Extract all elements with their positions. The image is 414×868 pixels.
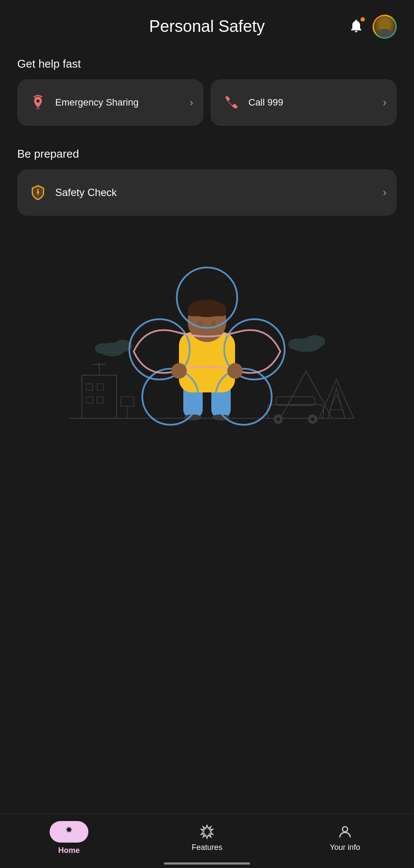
be-prepared-title: Be prepared bbox=[17, 147, 397, 161]
get-help-fast-title: Get help fast bbox=[17, 57, 397, 71]
safety-check-icon bbox=[28, 182, 48, 203]
home-label: Home bbox=[58, 846, 80, 855]
avatar-image bbox=[374, 16, 395, 37]
emergency-sharing-label: Emergency Sharing bbox=[55, 96, 186, 109]
svg-point-49 bbox=[227, 363, 243, 379]
svg-marker-23 bbox=[330, 395, 343, 410]
emergency-sharing-card[interactable]: Emergency Sharing › bbox=[17, 79, 204, 126]
call-999-label: Call 999 bbox=[248, 96, 380, 109]
header-icons bbox=[348, 15, 397, 39]
get-help-fast-section: Get help fast Emergency Sharing › bbox=[0, 44, 414, 134]
svg-point-42 bbox=[211, 320, 216, 327]
your-info-icon bbox=[337, 824, 353, 840]
call-999-chevron: › bbox=[383, 96, 386, 109]
features-icon bbox=[199, 824, 215, 840]
bottom-nav: Home Features Your info bbox=[0, 814, 414, 868]
svg-point-48 bbox=[171, 363, 187, 379]
notification-badge bbox=[361, 17, 365, 22]
svg-rect-10 bbox=[97, 384, 104, 390]
svg-rect-15 bbox=[121, 397, 134, 406]
location-share-icon bbox=[28, 92, 48, 113]
call-999-card[interactable]: Call 999 › bbox=[210, 79, 397, 126]
nav-features[interactable]: Features bbox=[138, 824, 276, 852]
help-cards-row: Emergency Sharing › Call 999 › bbox=[17, 79, 397, 126]
nav-home[interactable]: Home bbox=[0, 821, 138, 855]
safety-check-chevron: › bbox=[383, 187, 386, 199]
svg-rect-9 bbox=[86, 384, 93, 390]
svg-rect-11 bbox=[86, 397, 93, 403]
illustration-area bbox=[0, 224, 414, 466]
home-asterisk-icon bbox=[63, 825, 75, 838]
svg-rect-12 bbox=[97, 397, 104, 403]
be-prepared-section: Be prepared Safety Check › bbox=[0, 134, 414, 224]
emergency-sharing-chevron: › bbox=[190, 96, 193, 109]
phone-icon bbox=[221, 92, 242, 113]
svg-point-3 bbox=[37, 100, 40, 103]
your-info-label: Your info bbox=[330, 843, 360, 852]
svg-point-26 bbox=[288, 339, 305, 350]
features-label: Features bbox=[191, 843, 222, 852]
svg-point-31 bbox=[276, 417, 280, 421]
safety-check-label: Safety Check bbox=[55, 186, 380, 199]
notification-bell[interactable] bbox=[348, 18, 364, 35]
svg-point-25 bbox=[304, 335, 325, 348]
svg-point-0 bbox=[380, 20, 389, 29]
svg-point-19 bbox=[95, 343, 110, 354]
safety-check-card[interactable]: Safety Check › bbox=[17, 169, 397, 216]
svg-marker-21 bbox=[319, 380, 354, 418]
svg-marker-20 bbox=[280, 371, 332, 418]
svg-point-2 bbox=[36, 108, 40, 109]
svg-point-41 bbox=[198, 320, 203, 327]
nav-your-info[interactable]: Your info bbox=[276, 824, 414, 852]
svg-rect-40 bbox=[188, 305, 226, 316]
svg-point-1 bbox=[377, 29, 392, 37]
home-icon-bg bbox=[50, 821, 88, 843]
page-title: Personal Safety bbox=[149, 17, 265, 36]
avatar[interactable] bbox=[373, 15, 397, 39]
nav-indicator bbox=[164, 862, 250, 865]
svg-point-50 bbox=[342, 827, 348, 832]
app-header: Personal Safety bbox=[0, 0, 414, 44]
hero-illustration bbox=[56, 237, 358, 461]
svg-point-32 bbox=[311, 417, 314, 421]
